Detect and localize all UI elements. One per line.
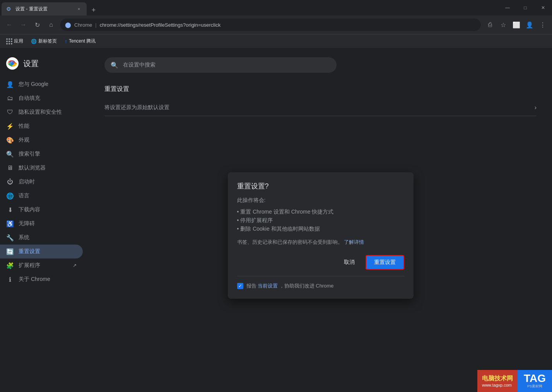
sidebar-label-startup: 启动时 (19, 178, 77, 185)
tab-favicon: ⚙ (6, 6, 12, 12)
sidebar-label-autofill: 自动填充 (19, 95, 77, 102)
bookmark-button[interactable]: ☆ (497, 19, 509, 31)
sidebar-item-privacy[interactable]: 🛡 隐私设置和安全性 (0, 105, 83, 119)
list-item-2: 停用扩展程序 (237, 217, 404, 224)
tab-bar: ⚙ 设置 - 重置设置 × + — □ ✕ (0, 0, 552, 15)
download-icon: ⬇ (6, 206, 14, 214)
content-area: 🔍 在设置中搜索 重置设置 将设置还原为原始默认设置 › 重置设置? 此操作将会… (89, 48, 552, 392)
address-bar-row: ← → ↻ ⌂ ⬤ Chrome | chrome://settings/res… (0, 15, 552, 34)
watermark: 电脑技术网 www.tagxp.com TAG PS素材网 (477, 370, 552, 392)
sidebar-item-about[interactable]: ℹ 关于 Chrome (0, 272, 83, 286)
footer-text: 报告 当前设置 ，协助我们改进 Chrome (246, 282, 334, 289)
bookmark-apps[interactable]: 应用 (3, 36, 26, 46)
address-bar[interactable]: ⬤ Chrome | chrome://settings/resetProfil… (60, 19, 481, 31)
dialog-title: 重置设置? (237, 181, 404, 191)
bookmark-tencent-icon: ↑ (65, 38, 67, 45)
minimize-button[interactable]: — (499, 0, 516, 15)
main-area: 设置 👤 您与 Google 🗂 自动填充 🛡 隐私设置和安全性 ⚡ 性能 🎨 … (0, 48, 552, 392)
close-button[interactable]: ✕ (534, 0, 552, 15)
sidebar-header: 设置 (0, 54, 89, 77)
watermark-tag: TAG (524, 373, 546, 384)
search-icon: 🔍 (6, 150, 14, 158)
address-divider: | (95, 22, 96, 28)
sidebar-item-language[interactable]: 🌐 语言 (0, 189, 83, 203)
sidebar-label-accessibility: 无障碍 (19, 220, 77, 227)
bookmark-newtab-icon: 🌐 (31, 39, 37, 44)
list-item-1: 重置 Chrome 设置和 Chrome 快捷方式 (237, 209, 404, 216)
bookmark-newtab[interactable]: 🌐 新标签页 (28, 36, 60, 46)
watermark-right: TAG PS素材网 (518, 370, 552, 392)
watermark-title: 电脑技术网 (482, 375, 513, 383)
globe-icon: 🌐 (6, 192, 14, 200)
back-button[interactable]: ← (3, 19, 15, 31)
sidebar-item-search[interactable]: 🔍 搜索引擎 (0, 147, 83, 161)
performance-icon: ⚡ (6, 122, 14, 130)
sidebar-item-extensions[interactable]: 🧩 扩展程序 ↗ (0, 258, 83, 272)
dialog-buttons: 取消 重置设置 (237, 255, 404, 270)
sidebar: 设置 👤 您与 Google 🗂 自动填充 🛡 隐私设置和安全性 ⚡ 性能 🎨 … (0, 48, 89, 392)
extension-icon: 🧩 (6, 262, 14, 269)
current-settings-link[interactable]: 当前设置 (258, 283, 278, 289)
sidebar-item-google[interactable]: 👤 您与 Google (0, 77, 83, 91)
accessibility-icon: ♿ (6, 220, 14, 228)
sidebar-label-default-browser: 默认浏览器 (19, 164, 77, 171)
sidebar-item-appearance[interactable]: 🎨 外观 (0, 133, 83, 147)
bookmark-newtab-label: 新标签页 (38, 38, 57, 45)
shield-icon: 🛡 (6, 108, 14, 116)
tab-settings[interactable]: ⚙ 设置 - 重置设置 × (2, 2, 87, 15)
sidebar-item-accessibility[interactable]: ♿ 无障碍 (0, 217, 83, 231)
cancel-button[interactable]: 取消 (336, 255, 362, 270)
sidebar-label-search: 搜索引擎 (19, 151, 77, 157)
sidebar-item-autofill[interactable]: 🗂 自动填充 (0, 91, 83, 105)
sidebar-item-startup[interactable]: ⏻ 启动时 (0, 175, 83, 189)
sidebar-label-system: 系统 (19, 234, 77, 241)
sidebar-label-google: 您与 Google (19, 81, 77, 88)
new-tab-button[interactable]: + (88, 5, 99, 15)
tab-title: 设置 - 重置设置 (15, 6, 73, 12)
svg-point-3 (11, 62, 14, 65)
address-url: chrome://settings/resetProfileSettings?o… (100, 22, 476, 28)
sidebar-label-about: 关于 Chrome (19, 276, 77, 283)
bookmarks-bar: 应用 🌐 新标签页 ↑ Tencent 腾讯 (0, 34, 552, 48)
sidebar-label-language: 语言 (19, 192, 77, 199)
sidebar-item-system[interactable]: 🔧 系统 (0, 231, 83, 245)
maximize-button[interactable]: □ (516, 0, 534, 15)
forward-button[interactable]: → (17, 19, 29, 31)
bookmark-apps-label: 应用 (14, 38, 23, 45)
sidebar-item-default-browser[interactable]: 🖥 默认浏览器 (0, 161, 83, 175)
dialog-effects-list: 重置 Chrome 设置和 Chrome 快捷方式 停用扩展程序 删除 Cook… (237, 209, 404, 233)
sidebar-label-reset: 重置设置 (19, 248, 77, 255)
home-button[interactable]: ⌂ (45, 19, 57, 31)
dialog-subtitle: 此操作将会: (237, 197, 404, 204)
extension-button[interactable]: ⬜ (510, 19, 523, 31)
profile-button[interactable]: 👤 (523, 19, 536, 31)
reset-button[interactable]: 重置设置 (366, 255, 404, 270)
checkmark-icon: ✓ (238, 283, 242, 289)
external-link-icon: ↗ (73, 263, 77, 268)
share-button[interactable]: ⎙ (484, 19, 496, 31)
sidebar-item-performance[interactable]: ⚡ 性能 (0, 119, 83, 133)
tab-close-button[interactable]: × (76, 6, 82, 12)
chrome-logo (6, 57, 19, 70)
menu-button[interactable]: ⋮ (537, 19, 549, 31)
sidebar-item-downloads[interactable]: ⬇ 下载内容 (0, 203, 83, 217)
dialog-footer: ✓ 报告 当前设置 ，协助我们改进 Chrome (237, 276, 404, 289)
bookmark-tencent[interactable]: ↑ Tencent 腾讯 (62, 36, 99, 46)
bookmark-tencent-label: Tencent 腾讯 (69, 38, 96, 45)
autofill-icon: 🗂 (6, 94, 14, 102)
info-icon: ℹ (6, 276, 14, 283)
system-icon: 🔧 (6, 234, 14, 241)
tab-bar-left: ⚙ 设置 - 重置设置 × + (0, 2, 499, 15)
apps-icon (6, 38, 12, 45)
report-checkbox[interactable]: ✓ (237, 283, 243, 289)
appearance-icon: 🎨 (6, 136, 14, 144)
sidebar-label-downloads: 下载内容 (19, 206, 77, 213)
refresh-button[interactable]: ↻ (31, 19, 43, 31)
sidebar-item-reset[interactable]: 🔄 重置设置 (0, 245, 83, 258)
address-icon: ⬤ (65, 22, 71, 28)
power-icon: ⏻ (6, 178, 14, 186)
browser-icon: 🖥 (6, 164, 14, 172)
sidebar-label-performance: 性能 (19, 123, 77, 130)
dialog-note: 书签、历史记录和已保存的密码不会受到影响。 了解详情 (237, 239, 404, 246)
learn-more-link[interactable]: 了解详情 (344, 239, 364, 245)
